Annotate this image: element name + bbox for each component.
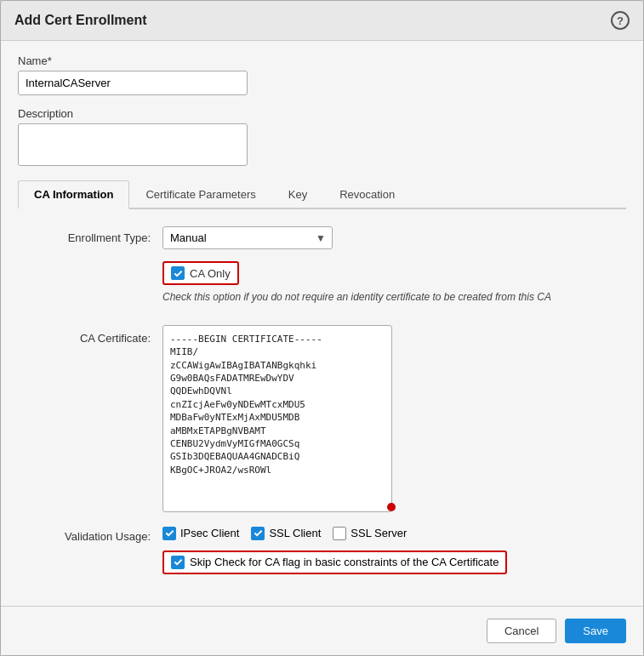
ssl-client-item: SSL Client — [251, 527, 321, 540]
ca-certificate-control: -----BEGIN CERTIFICATE----- MIIB/ zCCAWi… — [162, 325, 618, 515]
ca-only-control: CA Only Check this option if you do not … — [162, 261, 618, 313]
skip-check-checkbox[interactable] — [171, 556, 185, 569]
ssl-server-label: SSL Server — [350, 527, 407, 539]
ca-certificate-row: CA Certificate: -----BEGIN CERTIFICATE--… — [26, 325, 618, 515]
ssl-client-label: SSL Client — [269, 527, 321, 539]
tab-certificate-parameters[interactable]: Certificate Parameters — [129, 180, 271, 209]
ca-only-checkbox[interactable] — [171, 266, 185, 280]
ipsec-client-label: IPsec Client — [180, 527, 239, 539]
tab-content-ca-info: Enrollment Type: Manual SCEP EST ▼ — [18, 209, 626, 591]
ca-only-spacer — [26, 261, 162, 266]
validation-checkboxes: IPsec Client SSL Client — [162, 527, 618, 540]
dialog-footer: Cancel Save — [1, 606, 643, 655]
cancel-button[interactable]: Cancel — [487, 619, 556, 643]
ipsec-client-checkbox[interactable] — [162, 527, 176, 540]
skip-check-box: Skip Check for CA flag in basic constrai… — [162, 550, 507, 574]
ca-certificate-input[interactable]: -----BEGIN CERTIFICATE----- MIIB/ zCCAWi… — [162, 325, 392, 512]
dialog-header: Add Cert Enrollment ? — [1, 1, 643, 41]
enrollment-type-label: Enrollment Type: — [26, 226, 162, 244]
tab-key[interactable]: Key — [272, 180, 323, 209]
cert-scroll-indicator — [387, 503, 396, 511]
name-label: Name* — [18, 54, 626, 67]
tab-revocation[interactable]: Revocation — [323, 180, 411, 209]
tab-ca-information[interactable]: CA Information — [18, 180, 129, 209]
ca-certificate-label: CA Certificate: — [26, 325, 162, 345]
name-group: Name* — [18, 54, 626, 95]
ssl-server-checkbox[interactable] — [333, 527, 346, 540]
ca-only-row: CA Only Check this option if you do not … — [26, 261, 618, 313]
enrollment-type-select[interactable]: Manual SCEP EST — [162, 226, 333, 249]
ca-only-label: CA Only — [190, 267, 231, 280]
validation-usage-row: Validation Usage: IPsec Client — [26, 527, 618, 574]
save-button[interactable]: Save — [565, 619, 626, 643]
ssl-client-checkbox[interactable] — [251, 527, 265, 540]
add-cert-enrollment-dialog: Add Cert Enrollment ? Name* Description … — [0, 0, 644, 656]
name-input[interactable] — [18, 71, 248, 95]
ca-only-hint: Check this option if you do not require … — [162, 290, 613, 305]
dialog-body: Name* Description CA Information Certifi… — [1, 41, 643, 605]
validation-usage-label: Validation Usage: — [26, 527, 162, 543]
description-group: Description — [18, 107, 626, 168]
description-label: Description — [18, 107, 626, 120]
enrollment-type-control: Manual SCEP EST ▼ — [162, 226, 618, 249]
enrollment-type-row: Enrollment Type: Manual SCEP EST ▼ — [26, 226, 618, 249]
validation-usage-control: IPsec Client SSL Client — [162, 527, 618, 574]
tabs-bar: CA Information Certificate Parameters Ke… — [18, 180, 626, 209]
description-input[interactable] — [18, 123, 248, 166]
dialog-title: Add Cert Enrollment — [14, 13, 147, 28]
ca-only-box: CA Only — [162, 261, 239, 285]
enrollment-type-select-wrap: Manual SCEP EST ▼ — [162, 226, 333, 249]
help-icon[interactable]: ? — [611, 11, 630, 30]
skip-check-label: Skip Check for CA flag in basic constrai… — [190, 556, 499, 568]
ssl-server-item: SSL Server — [333, 527, 407, 540]
ipsec-client-item: IPsec Client — [162, 527, 239, 540]
cert-wrap: -----BEGIN CERTIFICATE----- MIIB/ zCCAWi… — [162, 325, 392, 515]
